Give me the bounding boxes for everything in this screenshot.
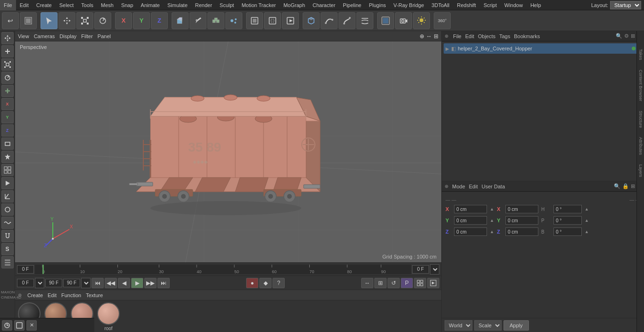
render-region[interactable] (264, 12, 281, 29)
obj-menu-tags[interactable]: Tags (499, 33, 510, 39)
axis-y[interactable]: Y (133, 12, 150, 29)
menu-window[interactable]: Window (501, 0, 527, 10)
sidebar-star[interactable] (1, 151, 14, 163)
viewport-menu-view[interactable]: View (18, 33, 29, 39)
sidebar-plane[interactable] (1, 138, 14, 150)
snap-p[interactable]: P (401, 278, 413, 288)
transform-mode-select[interactable]: Scale (474, 320, 502, 331)
object-item-hopper[interactable]: ▶ ◧ helper_2_Bay_Covered_Hopper (444, 43, 642, 54)
render-active[interactable] (282, 12, 299, 29)
sidebar-letter-s[interactable]: S (1, 243, 14, 255)
vp-max-icon[interactable]: ⊞ (434, 33, 438, 40)
pen-tool[interactable] (190, 12, 206, 29)
sidebar-ay[interactable]: Y (1, 111, 14, 123)
menu-motion-tracker[interactable]: Motion Tracker (238, 0, 280, 10)
menu-render[interactable]: Render (191, 0, 216, 10)
prev-frame-btn[interactable]: ◀◀ (105, 278, 117, 288)
vtab-attributes[interactable]: Attributes (638, 133, 643, 159)
menu-snap[interactable]: Snap (117, 0, 137, 10)
sidebar-ax[interactable]: X (1, 98, 14, 110)
menu-file[interactable]: File (0, 0, 16, 10)
attr-search-icon[interactable]: 🔍 (614, 183, 620, 189)
particles-tool[interactable] (225, 12, 242, 29)
viewport-menu-display[interactable]: Display (59, 33, 76, 39)
attr-lock-icon[interactable]: 🔒 (622, 183, 629, 189)
coord-z-val2[interactable] (505, 227, 538, 236)
play-btn[interactable]: ▶ (131, 278, 143, 288)
attr-menu-userdata[interactable]: User Data (482, 184, 505, 189)
lights-tool[interactable] (413, 12, 430, 29)
world-space-select[interactable]: World (445, 320, 472, 331)
vtab-structure[interactable]: Structure (638, 107, 643, 132)
move-tool[interactable] (58, 12, 75, 29)
vtab-layers[interactable]: Layers (638, 161, 643, 181)
menu-select[interactable]: Select (56, 0, 78, 10)
coord-h-arrow[interactable]: ▲ (585, 207, 589, 211)
menu-tools[interactable]: Tools (77, 0, 97, 10)
camera-tool[interactable] (395, 12, 412, 29)
coord-y-val2[interactable] (505, 216, 538, 225)
obj-menu-bookmarks[interactable]: Bookmarks (514, 33, 540, 39)
cube-primitive[interactable] (303, 12, 320, 29)
axis-z[interactable]: Z (151, 12, 168, 29)
sidebar-play[interactable] (1, 177, 14, 189)
viewport-menu-filter[interactable]: Filter (81, 33, 92, 39)
menu-create[interactable]: Create (33, 0, 56, 10)
vp-move-icon[interactable]: ↔ (426, 33, 432, 40)
taskbar-icon3[interactable]: ✕ (26, 320, 37, 331)
menu-3dtoall[interactable]: 3DToAll (428, 0, 453, 10)
snap-grid[interactable] (414, 278, 426, 288)
coord-p-val[interactable] (553, 216, 582, 225)
viewport-menu-cameras[interactable]: Cameras (34, 33, 55, 39)
cube-tool[interactable] (172, 12, 189, 29)
menu-vray[interactable]: V-Ray Bridge (390, 0, 428, 10)
select-tool[interactable] (41, 12, 58, 29)
undo-btn[interactable]: ↩ (2, 12, 19, 29)
material-roof[interactable]: roof (97, 302, 120, 331)
goto-start-btn[interactable]: ⏮ (91, 278, 104, 288)
layout-dropdown[interactable]: Startup (610, 1, 641, 9)
frame-preview-end[interactable] (63, 279, 80, 287)
coord-b-val[interactable] (553, 227, 582, 236)
sidebar-rotate[interactable] (1, 72, 14, 84)
menu-redshift[interactable]: Redshift (453, 0, 479, 10)
attr-expand-icon[interactable]: ⊞ (631, 183, 635, 189)
coord-z-pos[interactable] (454, 227, 487, 236)
coord-h-val[interactable] (553, 205, 582, 213)
frame-start[interactable] (17, 265, 34, 274)
coord-x-pos[interactable] (454, 205, 487, 213)
sidebar-circle[interactable] (1, 203, 14, 216)
coord-y-pos[interactable] (454, 216, 487, 225)
auto-key-btn[interactable]: ◆ (259, 278, 272, 288)
menu-sculpt[interactable]: Sculpt (216, 0, 238, 10)
menu-character[interactable]: Character (309, 0, 339, 10)
vtab-takes[interactable]: Takes (638, 45, 643, 64)
scene-tool[interactable] (377, 12, 394, 29)
group-tool[interactable] (207, 12, 224, 29)
coord-x-arrow-up[interactable]: ▲ (490, 207, 494, 211)
menu-script[interactable]: Script (480, 0, 501, 10)
mat-menu-function[interactable]: Function (61, 292, 81, 298)
menu-plugins[interactable]: Plugins (365, 0, 389, 10)
obj-filter-icon[interactable]: ⚙ (624, 33, 629, 39)
render-settings[interactable] (427, 278, 439, 288)
rotate-tool[interactable] (94, 12, 111, 29)
sidebar-move[interactable] (1, 32, 14, 44)
frame-in[interactable] (17, 279, 34, 287)
menu-edit[interactable]: Edit (16, 0, 33, 10)
frame-end-disp[interactable] (45, 279, 62, 287)
menu-animate[interactable]: Animate (137, 0, 164, 10)
obj-expand-icon[interactable]: ⊞ (631, 33, 635, 39)
menu-mograph[interactable]: MoGraph (280, 0, 309, 10)
deformer-tool[interactable] (356, 12, 373, 29)
obj-menu-objects[interactable]: Objects (478, 33, 495, 39)
frame-btn[interactable] (246, 12, 263, 29)
attr-menu-mode[interactable]: Mode (452, 184, 465, 189)
nurbs-tool[interactable] (339, 12, 355, 29)
coord-z-arrow-up[interactable]: ▲ (490, 229, 494, 234)
sidebar-layers[interactable] (1, 256, 14, 268)
sidebar-az[interactable]: Z (1, 124, 14, 137)
viewport-menu-panel[interactable]: Panel (98, 33, 111, 39)
coord-y-arrow-up[interactable]: ▲ (490, 218, 494, 223)
menu-simulate[interactable]: Simulate (164, 0, 191, 10)
